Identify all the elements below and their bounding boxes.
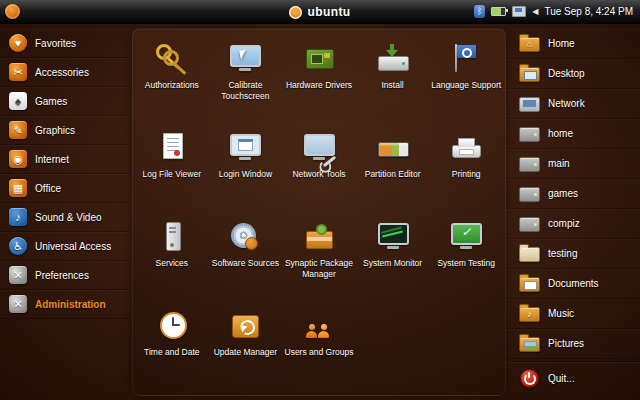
app-time-and-date[interactable]: Time and Date	[135, 302, 209, 391]
preferences-icon: ✕	[9, 266, 27, 284]
app-printing[interactable]: Printing	[429, 124, 503, 213]
app-label: Authorizations	[145, 80, 199, 91]
install-icon	[375, 44, 411, 74]
app-install[interactable]: Install	[356, 35, 430, 124]
calibrate-touchscreen-icon	[227, 44, 263, 74]
network-icon[interactable]	[512, 6, 526, 17]
sidebar-item-label: Favorites	[35, 38, 76, 49]
quit-button[interactable]: Quit...	[508, 361, 640, 394]
sidebar-item-graphics[interactable]: ✎ Graphics	[0, 116, 130, 145]
place-games-volume[interactable]: games	[508, 179, 640, 209]
battery-icon[interactable]	[491, 7, 506, 16]
app-services[interactable]: Services	[135, 213, 209, 302]
graphics-icon: ✎	[9, 121, 27, 139]
app-label: Time and Date	[144, 347, 199, 358]
app-update-manager[interactable]: Update Manager	[209, 302, 283, 391]
place-label: Desktop	[548, 68, 585, 79]
app-software-sources[interactable]: Software Sources	[209, 213, 283, 302]
app-label: Partition Editor	[365, 169, 421, 180]
app-network-tools[interactable]: Network Tools	[282, 124, 356, 213]
place-label: Home	[548, 38, 575, 49]
app-grid: Authorizations Calibrate Touchscreen Har…	[132, 28, 506, 396]
favorites-icon: ♥	[9, 34, 27, 52]
app-users-and-groups[interactable]: Users and Groups	[282, 302, 356, 391]
app-label: Install	[381, 80, 403, 91]
app-hardware-drivers[interactable]: Hardware Drivers	[282, 35, 356, 124]
hardware-drivers-icon	[301, 44, 337, 74]
ubuntu-menu-icon[interactable]	[5, 4, 20, 19]
sidebar-item-games[interactable]: ♠ Games	[0, 87, 130, 116]
network-tools-icon	[301, 133, 337, 163]
accessories-icon: ✂	[9, 63, 27, 81]
app-system-testing[interactable]: System Testing	[429, 213, 503, 302]
app-system-monitor[interactable]: System Monitor	[356, 213, 430, 302]
place-testing[interactable]: testing	[508, 239, 640, 269]
services-icon	[154, 222, 190, 252]
system-tray: ᛒ ◀ Tue Sep 8, 4:24 PM	[474, 5, 635, 18]
language-support-icon	[448, 44, 484, 74]
sidebar-item-favorites[interactable]: ♥ Favorites	[0, 29, 130, 58]
app-language-support[interactable]: Language Support	[429, 35, 503, 124]
place-main-volume[interactable]: main	[508, 149, 640, 179]
testing-folder-icon	[519, 247, 540, 262]
sidebar-item-sound-video[interactable]: ♪ Sound & Video	[0, 203, 130, 232]
power-icon	[520, 369, 539, 388]
place-label: Music	[548, 308, 574, 319]
bluetooth-icon[interactable]: ᛒ	[474, 5, 485, 18]
sidebar-item-accessories[interactable]: ✂ Accessories	[0, 58, 130, 87]
place-label: Documents	[548, 278, 599, 289]
sidebar-item-label: Graphics	[35, 125, 75, 136]
place-label: games	[548, 188, 578, 199]
clock[interactable]: Tue Sep 8, 4:24 PM	[544, 6, 635, 17]
app-label: Hardware Drivers	[286, 80, 352, 91]
app-authorizations[interactable]: Authorizations	[135, 35, 209, 124]
place-documents[interactable]: Documents	[508, 269, 640, 299]
ubuntu-netbook-desktop: ubuntu ᛒ ◀ Tue Sep 8, 4:24 PM ♥ Favorite…	[0, 0, 640, 400]
system-monitor-icon	[375, 222, 411, 252]
sidebar-item-office[interactable]: ▦ Office	[0, 174, 130, 203]
place-label: compiz	[548, 218, 580, 229]
compiz-volume-drive-icon	[519, 217, 540, 232]
place-home[interactable]: ⌂ Home	[508, 29, 640, 59]
sidebar-item-internet[interactable]: ◉ Internet	[0, 145, 130, 174]
app-log-file-viewer[interactable]: Log File Viewer	[135, 124, 209, 213]
log-file-viewer-icon	[154, 133, 190, 163]
home-volume-drive-icon	[519, 127, 540, 142]
app-label: System Testing	[437, 258, 494, 269]
music-folder-icon: ♪	[519, 307, 540, 322]
app-label: Printing	[452, 169, 481, 180]
sidebar-item-label: Accessories	[35, 67, 89, 78]
app-login-window[interactable]: Login Window	[209, 124, 283, 213]
app-calibrate-touchscreen[interactable]: Calibrate Touchscreen	[209, 35, 283, 124]
app-label: Synaptic Package Manager	[283, 258, 355, 280]
documents-folder-icon	[519, 277, 540, 292]
place-label: Pictures	[548, 338, 584, 349]
place-music[interactable]: ♪ Music	[508, 299, 640, 329]
app-label: Users and Groups	[285, 347, 354, 358]
places-sidebar: ⌂ Home Desktop Network home main games c…	[508, 24, 640, 400]
sidebar-item-preferences[interactable]: ✕ Preferences	[0, 261, 130, 290]
place-network[interactable]: Network	[508, 89, 640, 119]
place-desktop[interactable]: Desktop	[508, 59, 640, 89]
authorizations-icon	[154, 44, 190, 74]
administration-icon: ✕	[9, 295, 27, 313]
place-compiz-volume[interactable]: compiz	[508, 209, 640, 239]
sidebar-item-administration[interactable]: ✕ Administration	[0, 290, 130, 319]
ubuntu-logo-icon	[289, 6, 302, 19]
app-partition-editor[interactable]: Partition Editor	[356, 124, 430, 213]
volume-icon[interactable]: ◀	[532, 7, 538, 17]
printing-icon	[448, 133, 484, 163]
sidebar-item-universal-access[interactable]: ♿ Universal Access	[0, 232, 130, 261]
place-pictures[interactable]: Pictures	[508, 329, 640, 359]
system-testing-icon	[448, 222, 484, 252]
app-synaptic-package-manager[interactable]: Synaptic Package Manager	[282, 213, 356, 302]
pictures-folder-icon	[519, 337, 540, 352]
place-label: main	[548, 158, 570, 169]
sidebar-item-label: Sound & Video	[35, 212, 102, 223]
quit-label: Quit...	[548, 373, 575, 384]
games-volume-drive-icon	[519, 187, 540, 202]
sidebar-item-label: Preferences	[35, 270, 89, 281]
place-home-volume[interactable]: home	[508, 119, 640, 149]
sidebar-item-label: Administration	[35, 299, 106, 310]
network-places-icon	[519, 97, 540, 112]
